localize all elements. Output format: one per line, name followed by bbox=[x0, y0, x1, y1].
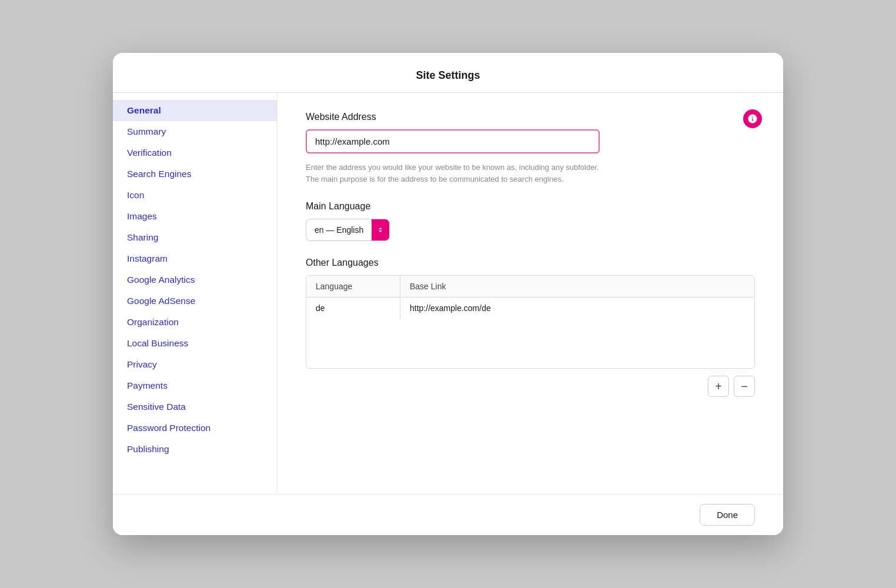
table-actions: + − bbox=[306, 376, 755, 397]
main-language-wrapper: en — English bbox=[306, 219, 755, 241]
sidebar-item-payments[interactable]: Payments bbox=[113, 375, 277, 396]
row-base-link: http://example.com/de bbox=[400, 298, 754, 319]
table-row: de http://example.com/de bbox=[306, 298, 754, 319]
sidebar-item-local-business[interactable]: Local Business bbox=[113, 333, 277, 354]
sidebar-item-search-engines[interactable]: Search Engines bbox=[113, 163, 277, 185]
website-address-hint: Enter the address you would like your we… bbox=[306, 162, 611, 185]
sidebar-item-summary[interactable]: Summary bbox=[113, 121, 277, 142]
sidebar-item-sensitive-data[interactable]: Sensitive Data bbox=[113, 396, 277, 417]
sidebar: GeneralSummaryVerificationSearch Engines… bbox=[113, 93, 278, 494]
table-header: Language Base Link bbox=[306, 276, 754, 298]
sidebar-item-google-adsense[interactable]: Google AdSense bbox=[113, 290, 277, 312]
modal-body: GeneralSummaryVerificationSearch Engines… bbox=[113, 93, 783, 494]
modal-footer: Done bbox=[113, 494, 783, 535]
site-settings-modal: Site Settings GeneralSummaryVerification… bbox=[113, 53, 783, 535]
modal-title: Site Settings bbox=[113, 53, 783, 93]
row-language: de bbox=[306, 298, 400, 319]
sidebar-item-organization[interactable]: Organization bbox=[113, 312, 277, 333]
done-button[interactable]: Done bbox=[700, 504, 755, 526]
other-languages-label: Other Languages bbox=[306, 258, 755, 268]
sidebar-item-general[interactable]: General bbox=[113, 100, 277, 121]
remove-language-button[interactable]: − bbox=[734, 376, 755, 397]
sidebar-item-instagram[interactable]: Instagram bbox=[113, 248, 277, 269]
language-select-text: en — English bbox=[306, 220, 372, 239]
main-content: Website Address Enter the address you wo… bbox=[278, 93, 783, 494]
sidebar-item-privacy[interactable]: Privacy bbox=[113, 354, 277, 375]
sidebar-item-sharing[interactable]: Sharing bbox=[113, 227, 277, 248]
sidebar-item-icon[interactable]: Icon bbox=[113, 185, 277, 206]
table-body: de http://example.com/de bbox=[306, 298, 754, 368]
website-address-label: Website Address bbox=[306, 112, 755, 122]
language-select[interactable]: en — English bbox=[306, 219, 390, 241]
website-address-input[interactable] bbox=[306, 129, 600, 153]
col-header-language: Language bbox=[306, 276, 400, 297]
main-language-label: Main Language bbox=[306, 201, 755, 212]
sidebar-item-publishing[interactable]: Publishing bbox=[113, 439, 277, 460]
sidebar-item-images[interactable]: Images bbox=[113, 206, 277, 227]
add-language-button[interactable]: + bbox=[708, 376, 729, 397]
language-select-arrow bbox=[372, 219, 389, 240]
col-header-base-link: Base Link bbox=[400, 276, 754, 297]
sidebar-item-verification[interactable]: Verification bbox=[113, 142, 277, 163]
sidebar-item-google-analytics[interactable]: Google Analytics bbox=[113, 269, 277, 290]
sidebar-item-password-protection[interactable]: Password Protection bbox=[113, 417, 277, 439]
languages-table: Language Base Link de http://example.com… bbox=[306, 275, 755, 369]
info-button[interactable] bbox=[743, 109, 762, 128]
